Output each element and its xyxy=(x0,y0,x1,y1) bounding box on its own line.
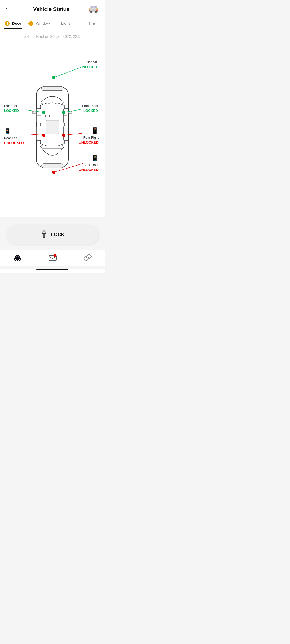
nav-link[interactable] xyxy=(84,254,92,261)
svg-point-37 xyxy=(15,260,17,261)
svg-rect-40 xyxy=(18,256,19,257)
svg-rect-34 xyxy=(43,234,45,237)
last-updated-text: Last updated on 20 Jan 2022, 22:58 xyxy=(0,34,105,39)
svg-point-5 xyxy=(90,12,91,13)
lock-button-label: LOCK xyxy=(51,232,65,237)
vehicle-icon xyxy=(88,4,99,14)
header: ‹ Vehicle Status xyxy=(0,0,105,17)
bonnet-dot xyxy=(52,76,55,79)
back-door-remote-icon: 📱 xyxy=(91,154,99,162)
svg-rect-8 xyxy=(96,9,98,10)
tab-tire[interactable]: Tire xyxy=(79,17,105,29)
page-title: Vehicle Status xyxy=(33,6,70,12)
bonnet-label: Bonnet CLOSED xyxy=(82,60,97,69)
car-top-view xyxy=(26,71,79,184)
svg-rect-3 xyxy=(94,6,96,8)
tab-light[interactable]: Light xyxy=(52,17,79,29)
svg-rect-20 xyxy=(46,120,59,134)
svg-rect-14 xyxy=(42,86,63,91)
svg-rect-39 xyxy=(16,256,17,257)
nav-mail[interactable] xyxy=(48,254,57,261)
front-left-label: Front Left LOCKED xyxy=(4,104,19,113)
window-warning-icon: ! xyxy=(28,21,33,26)
lock-remote-icon xyxy=(40,230,48,239)
svg-rect-15 xyxy=(42,164,63,168)
main-content: Last updated on 20 Jan 2022, 22:58 xyxy=(0,29,105,217)
tab-window[interactable]: ! Window xyxy=(26,17,53,29)
car-diagram: Bonnet CLOSED Front Left LOCKED Front Ri… xyxy=(4,47,101,208)
svg-point-7 xyxy=(96,12,97,13)
front-right-label: Front Right LOCKED xyxy=(82,104,98,113)
rear-left-dot xyxy=(42,134,45,137)
lock-button-area: LOCK xyxy=(0,217,105,250)
lock-button[interactable]: LOCK xyxy=(6,225,98,244)
svg-point-38 xyxy=(19,260,20,261)
rear-left-remote-icon: 📱 xyxy=(4,127,11,136)
rear-right-dot xyxy=(62,134,65,137)
mail-badge xyxy=(54,254,56,257)
back-door-dot xyxy=(52,171,55,174)
svg-point-35 xyxy=(44,237,44,238)
door-warning-icon: ! xyxy=(5,21,10,26)
front-right-dot xyxy=(62,111,65,114)
back-button[interactable]: ‹ xyxy=(5,6,15,13)
bottom-nav xyxy=(0,250,105,266)
svg-rect-10 xyxy=(96,10,98,11)
rear-right-remote-icon: 📱 xyxy=(91,127,99,135)
tab-bar: ! Door ! Window Light Tire xyxy=(0,17,105,29)
back-door-label: 📱 Back Door UNLOCKED xyxy=(79,154,99,172)
svg-rect-2 xyxy=(91,6,93,8)
front-left-dot xyxy=(42,111,45,114)
rear-right-label: 📱 Rear Right UNLOCKED xyxy=(79,127,99,145)
tab-door[interactable]: ! Door xyxy=(0,17,26,29)
svg-rect-9 xyxy=(89,9,90,10)
car-icon xyxy=(13,254,22,261)
rear-left-label: 📱 Rear Left UNLOCKED xyxy=(4,127,24,145)
link-icon xyxy=(84,254,92,261)
svg-rect-11 xyxy=(89,10,91,11)
nav-car[interactable] xyxy=(13,254,22,261)
home-indicator xyxy=(36,269,68,270)
